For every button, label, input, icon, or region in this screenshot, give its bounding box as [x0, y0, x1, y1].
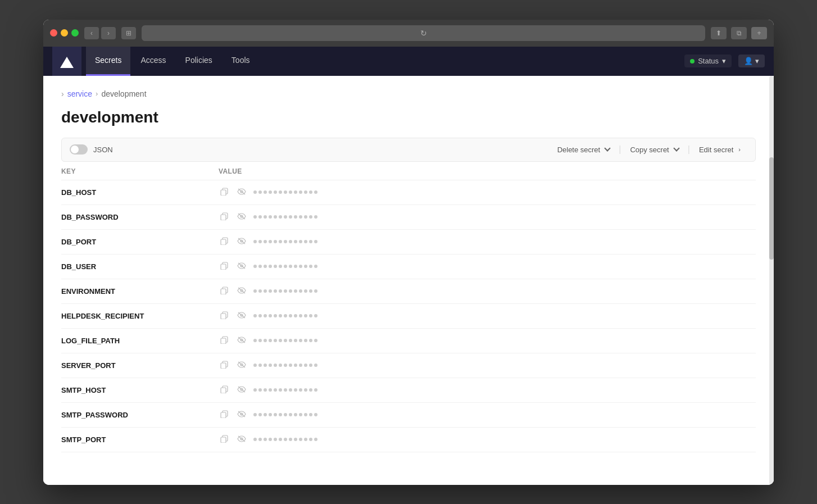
masked-value: [253, 215, 317, 219]
status-badge[interactable]: Status ▾: [684, 55, 732, 67]
toggle-visibility-button[interactable]: [235, 335, 248, 346]
svg-rect-25: [221, 338, 226, 344]
secret-key-label: ENVIRONMENT: [61, 287, 115, 296]
toggle-visibility-button[interactable]: [235, 311, 248, 321]
copy-value-button[interactable]: [219, 211, 230, 223]
status-dot-icon: [690, 59, 695, 63]
nav-item-secrets[interactable]: Secrets: [86, 47, 130, 76]
masked-value: [253, 413, 317, 416]
copy-secret-label: Copy secret: [630, 146, 669, 154]
secret-key-label: LOG_FILE_PATH: [61, 337, 120, 345]
delete-secret-label: Delete secret: [557, 146, 601, 154]
svg-rect-37: [221, 412, 226, 418]
masked-value: [253, 240, 317, 243]
breadcrumb-current: development: [101, 89, 146, 98]
share-button[interactable]: ⬆: [711, 27, 727, 39]
masked-value: [253, 438, 317, 441]
toolbar-separator: |: [619, 144, 621, 155]
masked-value: [253, 314, 317, 317]
toggle-visibility-button[interactable]: [235, 434, 248, 445]
copy-value-button[interactable]: [219, 434, 230, 446]
value-column-header: Value: [219, 162, 756, 180]
json-toggle[interactable]: [70, 144, 88, 155]
secret-key-label: SMTP_HOST: [61, 386, 106, 394]
nav-items: Secrets Access Policies Tools: [86, 47, 259, 76]
main-content: › service › development development JSON…: [43, 76, 774, 485]
edit-chevron-icon: ›: [738, 146, 741, 153]
secret-key-label: HELPDESK_RECIPIENT: [61, 312, 144, 320]
user-menu-button[interactable]: 👤 ▾: [738, 55, 765, 67]
secrets-toolbar: JSON Delete secret | Copy secret | Edit …: [61, 138, 756, 162]
masked-value: [253, 364, 317, 367]
table-row: SMTP_PASSWORD: [61, 402, 756, 427]
copy-value-button[interactable]: [219, 384, 230, 396]
nav-item-access[interactable]: Access: [131, 47, 175, 76]
copy-value-button[interactable]: [219, 310, 230, 322]
browser-actions: ⬆ ⧉ +: [711, 27, 767, 39]
copy-value-button[interactable]: [219, 261, 230, 273]
svg-rect-9: [221, 239, 226, 245]
nav-buttons: ‹ ›: [84, 27, 116, 39]
toggle-visibility-button[interactable]: [235, 261, 248, 272]
breadcrumb-sep-left: ›: [61, 89, 64, 98]
nav-item-tools[interactable]: Tools: [223, 47, 259, 76]
toggle-visibility-button[interactable]: [235, 187, 248, 198]
forward-button[interactable]: ›: [101, 27, 116, 39]
svg-rect-5: [221, 215, 226, 220]
secret-key-label: DB_PORT: [61, 238, 96, 246]
toggle-visibility-button[interactable]: [235, 410, 248, 420]
new-tab-button[interactable]: +: [751, 27, 767, 39]
json-toggle-label: JSON: [93, 146, 113, 154]
svg-rect-17: [221, 289, 226, 294]
copy-value-button[interactable]: [219, 187, 230, 198]
table-row: SMTP_PORT: [61, 427, 756, 452]
masked-value: [253, 388, 317, 392]
split-view-button[interactable]: ⧉: [731, 27, 747, 39]
toggle-visibility-button[interactable]: [235, 360, 248, 371]
nav-item-policies[interactable]: Policies: [176, 47, 221, 76]
toggle-visibility-button[interactable]: [235, 286, 248, 297]
table-row: SMTP_HOST: [61, 378, 756, 402]
breadcrumb-parent-link[interactable]: service: [67, 89, 92, 98]
user-icon: 👤: [744, 57, 753, 65]
user-chevron-icon: ▾: [755, 57, 759, 65]
secret-key-label: SERVER_PORT: [61, 361, 116, 370]
copy-value-button[interactable]: [219, 335, 230, 347]
maximize-button[interactable]: [71, 29, 79, 37]
copy-value-button[interactable]: [219, 236, 230, 248]
masked-value: [253, 265, 317, 268]
secret-key-label: SMTP_PASSWORD: [61, 411, 128, 419]
table-row: DB_USER: [61, 254, 756, 279]
svg-rect-41: [221, 437, 226, 443]
edit-secret-button[interactable]: Edit secret ›: [692, 143, 747, 157]
masked-value: [253, 190, 317, 194]
sidebar-toggle-button[interactable]: ⊞: [121, 27, 136, 39]
status-chevron-icon: ▾: [722, 57, 726, 65]
address-bar[interactable]: ↻: [142, 25, 705, 41]
delete-chevron-icon: [605, 145, 611, 151]
minimize-button[interactable]: [61, 29, 68, 37]
close-button[interactable]: [50, 29, 57, 37]
toggle-visibility-button[interactable]: [235, 385, 248, 396]
toolbar-separator-2: |: [688, 144, 690, 155]
table-row: SERVER_PORT: [61, 353, 756, 378]
copy-value-button[interactable]: [219, 285, 230, 297]
scrollbar-thumb[interactable]: [769, 157, 774, 260]
top-nav: Secrets Access Policies Tools Status ▾ 👤…: [43, 47, 774, 76]
masked-value: [253, 289, 317, 293]
table-row: HELPDESK_RECIPIENT: [61, 303, 756, 328]
svg-rect-13: [221, 264, 226, 270]
toggle-visibility-button[interactable]: [235, 237, 248, 247]
status-label: Status: [698, 57, 719, 65]
reload-button[interactable]: ↻: [417, 29, 430, 38]
svg-rect-1: [221, 190, 226, 196]
toggle-visibility-button[interactable]: [235, 212, 248, 223]
scrollbar-track[interactable]: [769, 76, 774, 485]
copy-value-button[interactable]: [219, 360, 230, 371]
delete-secret-button[interactable]: Delete secret: [551, 143, 617, 157]
back-button[interactable]: ‹: [84, 27, 99, 39]
svg-rect-21: [221, 314, 226, 319]
copy-secret-button[interactable]: Copy secret: [623, 143, 685, 157]
copy-value-button[interactable]: [219, 409, 230, 421]
svg-rect-33: [221, 388, 226, 393]
